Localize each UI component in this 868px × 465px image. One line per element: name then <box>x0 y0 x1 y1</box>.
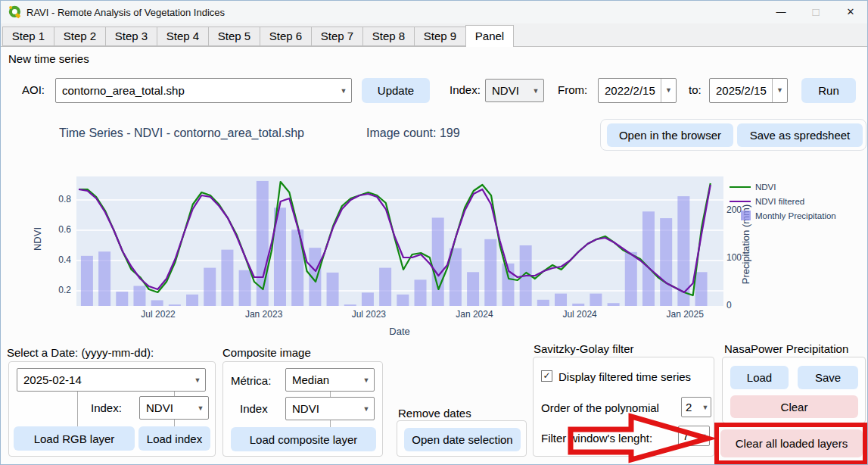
load-rgb-layer-button[interactable]: Load RGB layer <box>14 426 135 451</box>
x-tick: Jan 2023 <box>239 309 289 320</box>
chart-title: Time Series - NDVI - contorno_area_total… <box>59 126 304 140</box>
chevron-down-icon: ▼ <box>528 87 543 95</box>
maximize-icon[interactable]: □ <box>798 1 833 23</box>
save-as-spreadsheet-button[interactable]: Save as spredsheet <box>737 123 863 147</box>
image-count: Image count: 199 <box>366 126 460 140</box>
tab-step-4[interactable]: Step 4 <box>157 27 209 46</box>
y-left-tick: 0.4 <box>48 254 71 265</box>
composite-index-label: Index <box>240 402 268 415</box>
clear-all-loaded-layers-button[interactable]: Clear all loaded layers <box>720 429 863 457</box>
chevron-down-icon: ▼ <box>193 404 208 412</box>
minimize-icon[interactable]: — <box>764 1 798 23</box>
y-left-tick: 0.2 <box>48 285 71 295</box>
from-date-value: 2022/2/15 <box>599 84 661 97</box>
index-select[interactable]: NDVI ▼ <box>485 79 544 102</box>
to-date-value: 2025/2/15 <box>710 84 772 97</box>
title-bar: RAVI - Remote Analysis of Vegetation Ind… <box>1 1 867 23</box>
date-index-value: NDVI <box>140 401 193 414</box>
select-date-label: Select a Date: (yyyy-mm-dd): <box>7 346 154 359</box>
select-date-groupbox: 2025-02-14 ▼ Index: NDVI ▼ Load RGB laye… <box>8 361 216 457</box>
metric-select[interactable]: Median ▼ <box>285 368 375 392</box>
chevron-down-icon: ▼ <box>359 376 374 384</box>
nasapower-label: NasaPower Precipitation <box>724 342 848 355</box>
filter-window-select[interactable]: 7 ▼ <box>678 426 710 446</box>
step-tab-bar: Step 1Step 2Step 3Step 4Step 5Step 6Step… <box>1 23 867 46</box>
y-axis-title-ndvi: NDVI <box>32 217 43 262</box>
connector-line <box>330 420 331 427</box>
timeseries-plot[interactable] <box>76 176 723 306</box>
tab-step-8[interactable]: Step 8 <box>362 27 415 46</box>
y-left-tick: 0.6 <box>48 224 71 235</box>
precip-load-button[interactable]: Load <box>730 366 789 389</box>
composite-index-select[interactable]: NDVI ▼ <box>285 397 375 420</box>
load-index-button[interactable]: Load index <box>138 426 210 451</box>
legend-line-swatch <box>730 201 751 202</box>
chart-actions-box: Open in the browser Save as spredsheet <box>600 119 866 151</box>
x-tick: Jan 2025 <box>660 309 710 320</box>
legend-item[interactable]: NDVI filtered <box>730 194 867 208</box>
display-filtered-label: Display filtered time series <box>558 370 691 383</box>
remove-dates-groupbox: Open date selection <box>397 420 527 457</box>
ravi-plugin-window: RAVI - Remote Analysis of Vegetation Ind… <box>0 0 868 465</box>
tab-step-6[interactable]: Step 6 <box>260 27 312 46</box>
chevron-down-icon: ▼ <box>772 79 787 102</box>
x-axis-title-date: Date <box>373 326 426 337</box>
open-in-browser-button[interactable]: Open in the browser <box>607 123 733 147</box>
composite-image-label: Composite image <box>222 346 311 359</box>
nasapower-groupbox: Load Save Clear <box>722 357 866 423</box>
legend-label: Monthly Precipitation <box>755 211 836 220</box>
chevron-down-icon: ▼ <box>190 376 205 384</box>
close-icon[interactable]: ✕ <box>833 1 868 23</box>
legend-line-swatch <box>730 186 751 188</box>
date-index-label: Index: <box>91 401 122 414</box>
x-tick: Jul 2024 <box>555 309 605 320</box>
y-right-tick: 0 <box>726 300 732 311</box>
legend-label: NDVI <box>755 183 776 192</box>
tab-step-9[interactable]: Step 9 <box>414 27 466 46</box>
aoi-value: contorno_area_total.shp <box>56 84 336 97</box>
update-button[interactable]: Update <box>362 78 430 103</box>
tab-step-7[interactable]: Step 7 <box>311 27 363 46</box>
connector-line <box>330 392 331 397</box>
new-time-series-label: New time series <box>8 52 89 65</box>
from-date-picker[interactable]: 2022/2/15 ▼ <box>598 78 677 103</box>
x-tick: Jul 2022 <box>133 309 183 320</box>
chevron-down-icon: ▼ <box>698 432 709 440</box>
composite-index-value: NDVI <box>286 402 359 415</box>
savgol-groupbox: ✓ Display filtered time series Order of … <box>533 357 714 457</box>
x-tick: Jul 2023 <box>344 309 394 320</box>
date-select[interactable]: 2025-02-14 ▼ <box>17 368 206 392</box>
composite-groupbox: Métrica: Median ▼ Index NDVI ▼ Load comp… <box>222 361 383 457</box>
legend-item[interactable]: NDVI <box>730 179 867 194</box>
savgol-filter-label: Savitzky-Golay filter <box>534 342 634 355</box>
x-tick: Jan 2024 <box>450 309 499 320</box>
aoi-label: AOI: <box>22 83 45 96</box>
polynomial-order-select[interactable]: 2 ▼ <box>681 397 711 417</box>
precip-save-button[interactable]: Save <box>798 366 858 389</box>
qgis-logo-icon <box>8 5 23 20</box>
load-composite-layer-button[interactable]: Load composite layer <box>231 427 376 451</box>
aoi-select[interactable]: contorno_area_total.shp ▼ <box>55 78 352 103</box>
legend-label: NDVI filtered <box>755 197 804 206</box>
tab-step-2[interactable]: Step 2 <box>54 27 106 46</box>
display-filtered-checkbox[interactable]: ✓ <box>541 370 552 382</box>
date-value: 2025-02-14 <box>17 373 190 386</box>
run-button[interactable]: Run <box>801 78 856 103</box>
open-date-selection-button[interactable]: Open date selection <box>404 428 521 451</box>
to-date-picker[interactable]: 2025/2/15 ▼ <box>709 78 788 103</box>
tab-panel[interactable]: Panel <box>465 25 514 47</box>
tab-step-5[interactable]: Step 5 <box>208 27 260 46</box>
date-index-select[interactable]: NDVI ▼ <box>139 396 209 420</box>
chevron-down-icon: ▼ <box>336 87 351 95</box>
tab-step-1[interactable]: Step 1 <box>2 27 54 46</box>
connector-line <box>77 392 78 426</box>
legend-bar-swatch <box>741 211 751 220</box>
legend-item[interactable]: Monthly Precipitation <box>730 208 867 223</box>
filter-window-value: 7 <box>679 429 698 442</box>
from-label: From: <box>558 83 587 96</box>
precip-clear-button[interactable]: Clear <box>730 395 858 418</box>
tab-step-3[interactable]: Step 3 <box>105 27 157 46</box>
y-left-tick: 0.8 <box>48 194 71 204</box>
window-title: RAVI - Remote Analysis of Vegetation Ind… <box>26 7 225 18</box>
index-value: NDVI <box>486 84 528 97</box>
